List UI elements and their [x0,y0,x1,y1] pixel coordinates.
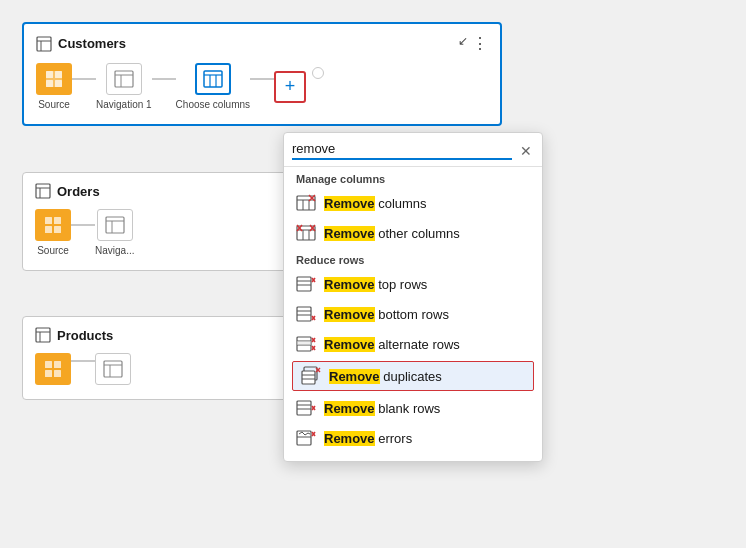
svg-rect-6 [46,80,53,87]
orders-steps: Source Naviga... [35,209,309,256]
source-icon-box [36,63,72,95]
customers-card-icons: ↙ ⋮ [458,34,488,53]
svg-rect-5 [55,71,62,78]
remove-top-rows-icon [296,274,316,294]
orders-nav-label: Naviga... [95,245,134,256]
remove-duplicates-label: Remove duplicates [329,369,442,384]
svg-rect-30 [45,370,52,377]
orders-nav-box [97,209,133,241]
step-source[interactable]: Source [36,63,72,110]
add-step-button[interactable]: + [274,71,306,103]
nav-icon-box [106,63,142,95]
svg-rect-32 [104,361,122,377]
products-nav-box [95,353,131,385]
products-title: Products [35,327,113,343]
choose-svg [203,70,223,88]
products-nav-svg [103,360,123,378]
remove-errors-label: Remove errors [324,431,412,446]
remove-duplicates-icon [301,366,321,386]
manage-columns-header: Manage columns [284,167,542,188]
remove-alternate-rows-label: Remove alternate rows [324,337,460,352]
remove-errors-icon [296,428,316,448]
source-label: Source [38,99,70,110]
products-step-nav[interactable] [95,353,131,385]
svg-rect-21 [54,226,61,233]
svg-rect-11 [204,71,222,87]
svg-rect-4 [46,71,53,78]
svg-rect-73 [297,401,311,415]
end-connector [312,67,324,79]
orders-header: Orders [35,183,309,199]
remove-top-rows-item[interactable]: Remove top rows [284,269,542,299]
connector-3 [250,78,274,80]
remove-bottom-rows-label: Remove bottom rows [324,307,449,322]
products-source-box [35,353,71,385]
remove-other-columns-item[interactable]: Remove other columns [284,218,542,248]
connector-2 [152,78,176,80]
orders-source-svg [43,215,63,235]
orders-table-icon [35,183,51,199]
svg-rect-0 [37,37,51,51]
svg-rect-62 [297,341,311,345]
remove-alternate-rows-icon [296,334,316,354]
remove-blank-rows-icon [296,398,316,418]
table-icon [36,36,52,52]
source-svg [44,69,64,89]
svg-rect-68 [302,371,315,384]
nav-svg [114,70,134,88]
remove-columns-label: Remove columns [324,196,427,211]
orders-source-box [35,209,71,241]
remove-top-rows-label: Remove top rows [324,277,427,292]
remove-other-columns-icon [296,223,316,243]
remove-blank-rows-label: Remove blank rows [324,401,440,416]
choose-icon-box [195,63,231,95]
remove-errors-item[interactable]: Remove errors [284,423,542,453]
remove-bottom-rows-item[interactable]: Remove bottom rows [284,299,542,329]
nav-label: Navigation 1 [96,99,152,110]
customers-card: Customers ↙ ⋮ Source [22,22,502,126]
customers-header: Customers ↙ ⋮ [36,34,488,53]
products-connector [71,360,95,362]
orders-card: Orders Source [22,172,322,271]
products-source-svg [43,359,63,379]
orders-nav-svg [105,216,125,234]
products-steps [35,353,279,385]
svg-rect-25 [36,328,50,342]
search-dropdown: ✕ Manage columns Remove columns [283,132,543,462]
clear-search-button[interactable]: ✕ [518,143,534,159]
step-navigation[interactable]: Navigation 1 [96,63,152,110]
products-step-source[interactable] [35,353,71,385]
connector-1 [72,78,96,80]
svg-rect-49 [297,277,311,291]
search-border [292,141,512,160]
reduce-rows-header: Reduce rows [284,248,542,269]
remove-other-columns-label: Remove other columns [324,226,460,241]
svg-rect-54 [297,307,311,321]
search-input[interactable] [292,141,512,156]
svg-rect-7 [55,80,62,87]
remove-alternate-rows-item[interactable]: Remove alternate rows [284,329,542,359]
svg-rect-19 [54,217,61,224]
svg-rect-29 [54,361,61,368]
collapse-icon[interactable]: ↙ [458,34,468,53]
step-choose-columns[interactable]: Choose columns [176,63,250,110]
svg-rect-15 [36,184,50,198]
orders-title: Orders [35,183,100,199]
remove-bottom-rows-icon [296,304,316,324]
remove-duplicates-item[interactable]: Remove duplicates [292,361,534,391]
products-table-icon [35,327,51,343]
search-row: ✕ [284,133,542,167]
customers-steps: Source Navigation 1 [36,63,488,110]
remove-columns-item[interactable]: Remove columns [284,188,542,218]
remove-blank-rows-item[interactable]: Remove blank rows [284,393,542,423]
svg-rect-28 [45,361,52,368]
svg-rect-20 [45,226,52,233]
add-step-item: + [274,71,306,103]
orders-source-label: Source [37,245,69,256]
orders-step-nav[interactable]: Naviga... [95,209,134,256]
remove-columns-icon [296,193,316,213]
orders-step-source[interactable]: Source [35,209,71,256]
more-icon[interactable]: ⋮ [472,34,488,53]
customers-title: Customers [36,36,126,52]
svg-rect-31 [54,370,61,377]
